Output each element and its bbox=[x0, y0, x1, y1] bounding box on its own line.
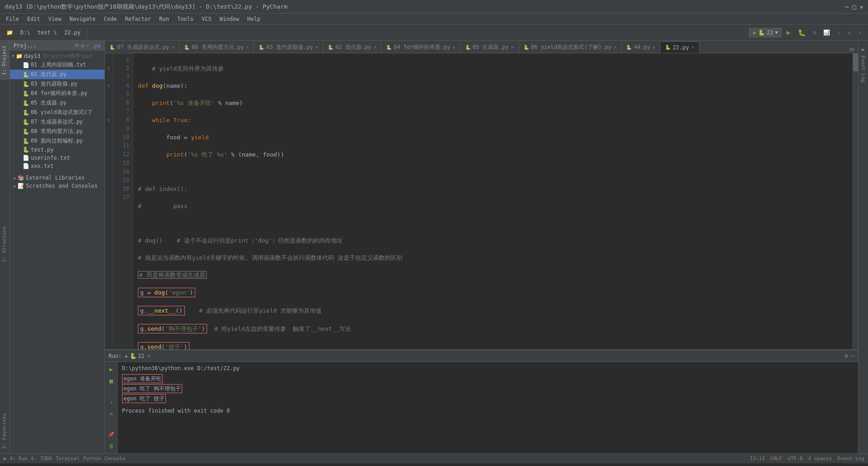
tree-file-test[interactable]: 🐍 test.py bbox=[10, 146, 104, 154]
right-panel-tab[interactable]: ▶ Event Log bbox=[859, 43, 868, 86]
menu-help[interactable]: Help bbox=[244, 15, 264, 23]
tab-07[interactable]: 🐍 07 生成器表达式.py ✕ bbox=[105, 41, 179, 53]
menu-code[interactable]: Code bbox=[100, 15, 121, 23]
close-run-tab[interactable]: ✕ bbox=[147, 353, 151, 359]
menu-navigate[interactable]: Navigate bbox=[66, 15, 99, 23]
toolbar: 📁 D:\ test \ 22.py ▶ 🐍 22 ▼ ▶ 🐛 ⚙ 📊 ↓ ✔ … bbox=[0, 24, 868, 41]
tree-file-09[interactable]: 🐍 09 面向过程编程.py bbox=[10, 136, 104, 146]
console-output[interactable]: D:\python36\python.exe D:/test/22.py ego… bbox=[118, 362, 858, 453]
close-tab-04[interactable]: ✕ bbox=[453, 44, 456, 50]
terminal-status[interactable]: Terminal bbox=[56, 456, 80, 461]
tab-06[interactable]: 🐍 06 yield表达式形式(了解).py ✕ bbox=[519, 41, 622, 53]
run-tab-22[interactable]: ▶ 🐍 22 ✕ bbox=[125, 353, 151, 359]
console-actions: ⚙ ─ bbox=[844, 352, 854, 359]
tab-22[interactable]: 🐍 22.py ✕ bbox=[660, 41, 699, 53]
structure-tab[interactable]: 2: Structure bbox=[0, 222, 9, 266]
toolbar-drive: D:\ bbox=[18, 29, 33, 37]
gutter-14 bbox=[105, 167, 113, 176]
close-tab-02[interactable]: ✕ bbox=[373, 44, 377, 50]
vcs-push[interactable]: ↑ bbox=[856, 29, 864, 37]
gear-icon[interactable]: ⚙ bbox=[81, 43, 84, 49]
tree-file-07[interactable]: 🐍 07 生成器表达式.py bbox=[10, 117, 104, 127]
collapse-icon[interactable]: ─ bbox=[86, 43, 89, 49]
run-button[interactable]: ▶ bbox=[783, 27, 793, 38]
tab-08[interactable]: 🐍 08 常用内置方法.py ✕ bbox=[179, 41, 254, 53]
scroll-indicator[interactable] bbox=[853, 53, 858, 349]
gutter-12 bbox=[105, 150, 113, 159]
code-line-13: # 而是将函数变成生成器 bbox=[138, 271, 848, 279]
settings-icon[interactable]: ⚙ bbox=[844, 352, 848, 359]
menu-view[interactable]: View bbox=[45, 15, 65, 23]
event-log[interactable]: Event Log bbox=[837, 456, 864, 461]
settings-button[interactable]: ⚙ bbox=[106, 409, 116, 418]
tab-02[interactable]: 🐍 02 迭代器.py ✕ bbox=[323, 41, 382, 53]
tab-03[interactable]: 🐍 03 迭代器取值.py ✕ bbox=[254, 41, 323, 53]
close-tab-07[interactable]: ✕ bbox=[171, 44, 175, 50]
tree-file-userinfo[interactable]: 📄 userinfo.txt bbox=[10, 154, 104, 162]
profile-button[interactable]: 📊 bbox=[821, 29, 833, 37]
close-console-icon[interactable]: ─ bbox=[851, 352, 854, 359]
menu-file[interactable]: File bbox=[2, 15, 23, 23]
gutter-13 bbox=[105, 159, 113, 167]
minimize-button[interactable]: ─ bbox=[845, 3, 849, 10]
vcs-update[interactable]: ↓ bbox=[835, 29, 843, 37]
menu-run[interactable]: Run bbox=[156, 15, 173, 23]
clear-button[interactable]: 🗑 bbox=[106, 441, 116, 451]
tree-root[interactable]: ▼ 📁 day13 D:\python数学\pyt bbox=[10, 52, 104, 60]
tab-04[interactable]: 🐍 04 for循环的本质.py ✕ bbox=[382, 41, 461, 53]
scroll-end-button[interactable]: ↓ bbox=[106, 397, 116, 407]
run-status[interactable]: ▶ 4: Run bbox=[4, 456, 28, 461]
tree-scratches[interactable]: ▶ 📝 Scratches and Consoles bbox=[10, 182, 104, 190]
tree-file-01[interactable]: 📄 01 上周内容回顾.txt bbox=[10, 60, 104, 70]
tab-overflow[interactable]: ≫ bbox=[846, 46, 858, 53]
gutter-fold-2[interactable]: ▽ bbox=[105, 64, 113, 73]
project-panel-actions: ⟳ ⚙ ─ .py bbox=[75, 43, 101, 49]
tree-file-05[interactable]: 🐍 05 生成器.py bbox=[10, 98, 104, 108]
python-console-status[interactable]: Python Console bbox=[83, 456, 125, 461]
rerun-button[interactable]: ▶ bbox=[106, 364, 116, 374]
encoding[interactable]: UTF-8 bbox=[788, 456, 802, 461]
tree-file-xxx[interactable]: 📄 xxx.txt bbox=[10, 162, 104, 170]
tree-file-06[interactable]: 🐍 06 yield表达式形式(了 bbox=[10, 108, 104, 117]
menu-window[interactable]: Window bbox=[216, 15, 243, 23]
close-tab-44[interactable]: ✕ bbox=[652, 44, 656, 50]
tab-44[interactable]: 🐍 44.py ✕ bbox=[622, 41, 660, 53]
close-tab-08[interactable]: ✕ bbox=[246, 44, 249, 50]
tree-file-08[interactable]: 🐍 08 常用内置方法.py bbox=[10, 127, 104, 136]
debug-button[interactable]: 🐛 bbox=[795, 28, 808, 37]
code-line-5: food = yield bbox=[138, 133, 848, 142]
close-tab-03[interactable]: ✕ bbox=[315, 44, 318, 50]
pin-button[interactable]: 📌 bbox=[106, 429, 116, 439]
toolbar-project-icon[interactable]: 📁 bbox=[4, 29, 16, 37]
sync-icon[interactable]: ⟳ bbox=[75, 43, 79, 49]
menu-refactor[interactable]: Refactor bbox=[121, 15, 155, 23]
indent[interactable]: 4 spaces bbox=[808, 456, 832, 461]
menu-tools[interactable]: Tools bbox=[174, 15, 197, 23]
menu-edit[interactable]: Edit bbox=[24, 15, 44, 23]
close-tab-06[interactable]: ✕ bbox=[614, 44, 617, 50]
tab-05[interactable]: 🐍 05 生成器.py ✕ bbox=[461, 41, 519, 53]
line-ending[interactable]: CRLF bbox=[770, 456, 783, 461]
code-line-11: # dog() # 这个不会运行但是print（'dog'）仍然是函数的的内存地… bbox=[138, 236, 848, 245]
close-tab-22[interactable]: ✕ bbox=[691, 44, 694, 50]
project-panel-header: Proj... ⟳ ⚙ ─ .py bbox=[10, 41, 104, 51]
gutter-fold-8[interactable]: ▽ bbox=[105, 116, 113, 124]
close-tab-05[interactable]: ✕ bbox=[511, 44, 514, 50]
todo-status[interactable]: 6: TODO bbox=[31, 456, 52, 461]
close-button[interactable]: ✕ bbox=[860, 3, 863, 10]
vcs-commit[interactable]: ✔ bbox=[845, 29, 854, 37]
tree-file-02[interactable]: 🐍 02 迭代器.py bbox=[10, 70, 104, 79]
tree-file-03[interactable]: 🐍 03 迭代器取值.py bbox=[10, 79, 104, 89]
py-icon[interactable]: .py bbox=[91, 43, 101, 49]
tree-external-libraries[interactable]: ▶ 📚 External Libraries bbox=[10, 174, 104, 182]
tree-file-04[interactable]: 🐍 04 for循环的本质.py bbox=[10, 89, 104, 98]
coverage-button[interactable]: ⚙ bbox=[810, 29, 819, 37]
run-config-selector[interactable]: ▶ 🐍 22 ▼ bbox=[749, 28, 782, 37]
project-tab[interactable]: 1: Project bbox=[0, 41, 9, 80]
gutter-fold-4[interactable]: ▽ bbox=[105, 81, 113, 90]
menu-vcs[interactable]: VCS bbox=[198, 15, 215, 23]
favorites-tab[interactable]: 2: Favorites bbox=[0, 409, 9, 453]
code-content[interactable]: # yield支持外界为其传参 def dog(name): print('%s… bbox=[133, 53, 853, 349]
stop-button[interactable]: ■ bbox=[106, 376, 116, 386]
maximize-button[interactable]: □ bbox=[852, 3, 856, 10]
